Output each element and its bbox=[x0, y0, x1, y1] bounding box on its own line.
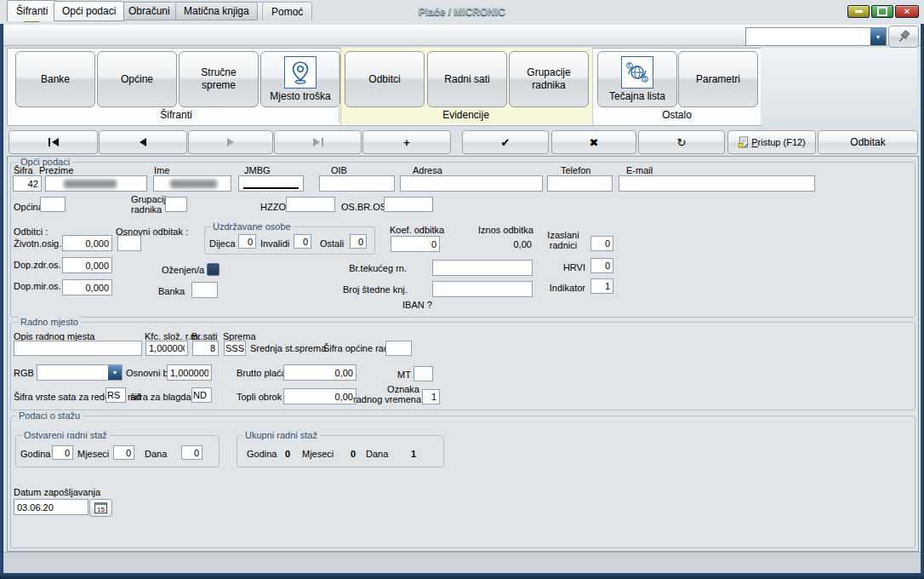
topli-obrok-input[interactable] bbox=[283, 388, 356, 404]
cancel-icon: ✖ bbox=[590, 136, 599, 149]
datum-zaposljavanja-input[interactable] bbox=[14, 499, 88, 515]
odbitci-button[interactable]: Odbitci bbox=[345, 51, 425, 107]
ukupni-mjeseci-value: 0 bbox=[338, 449, 356, 459]
opis-radnog-mjesta-input[interactable] bbox=[14, 341, 142, 356]
ostali-label: Ostali bbox=[320, 238, 344, 249]
sifra-opcine-rada-label: Šifra općine rada bbox=[323, 343, 394, 353]
close-icon: × bbox=[904, 7, 910, 16]
indikator-input[interactable] bbox=[590, 278, 613, 294]
tab-pomoc[interactable]: Pomoć bbox=[262, 2, 312, 20]
ostvareni-godina-input[interactable] bbox=[52, 445, 73, 460]
brutto-placa-input[interactable] bbox=[283, 364, 356, 381]
podaci-o-stazu-legend: Podaci o stažu bbox=[16, 410, 83, 421]
dijeca-label: Dijeca bbox=[209, 238, 236, 249]
grupacija-radnika-input[interactable] bbox=[165, 197, 187, 212]
rgb-dropdown[interactable]: ▼ bbox=[37, 364, 123, 381]
tab-sifranti[interactable]: Šifranti bbox=[7, 0, 57, 21]
indikator-label: Indikator bbox=[539, 283, 585, 293]
pin-button[interactable] bbox=[888, 26, 919, 48]
banke-button[interactable]: Banke bbox=[15, 51, 95, 107]
ozenjen-label: Oženjen/a bbox=[162, 265, 204, 275]
grupacije-radnika-button[interactable]: Grupacije radnika bbox=[509, 51, 589, 107]
document-key-icon bbox=[738, 136, 750, 148]
oib-input[interactable] bbox=[319, 175, 395, 192]
chevron-down-icon[interactable]: ▼ bbox=[870, 28, 886, 45]
nav-first-button[interactable] bbox=[9, 130, 98, 154]
kfc-input[interactable] bbox=[145, 341, 188, 356]
nav-last-button[interactable] bbox=[274, 130, 362, 154]
dop-zdr-input[interactable] bbox=[62, 257, 112, 273]
nav-next-button[interactable] bbox=[188, 130, 273, 154]
dop-mir-input[interactable] bbox=[62, 279, 112, 295]
sifra-opcine-rada-input[interactable] bbox=[385, 341, 412, 356]
tab-opci-podaci[interactable]: Opći podaci bbox=[54, 1, 124, 21]
hzzo-input[interactable] bbox=[286, 197, 335, 212]
izaslani-radnici-input[interactable] bbox=[590, 236, 613, 251]
strucne-spreme-button[interactable]: Stručne spreme bbox=[179, 51, 259, 107]
mt-input[interactable] bbox=[414, 366, 433, 381]
ukupni-dana-value: 1 bbox=[398, 449, 416, 459]
nav-prev-button[interactable] bbox=[99, 130, 187, 154]
invalidi-input[interactable] bbox=[294, 234, 311, 249]
broj-stedne-input[interactable] bbox=[432, 281, 533, 297]
maximize-button[interactable] bbox=[871, 5, 893, 18]
opcina-label: Općina bbox=[14, 202, 43, 212]
calendar-icon: 15 bbox=[94, 502, 107, 513]
tecajna-lista-button[interactable]: € $ Tečajna lista bbox=[597, 51, 677, 107]
tab-maticna-knjiga[interactable]: Matična knjiga bbox=[175, 2, 258, 20]
banka-label: Banka bbox=[158, 286, 185, 296]
nav-confirm-button[interactable]: ✔ bbox=[462, 130, 549, 154]
ostvareni-dana-input[interactable] bbox=[181, 445, 202, 460]
svg-text:$: $ bbox=[643, 76, 647, 82]
pristup-button[interactable]: Pristup (F12) bbox=[727, 130, 816, 154]
opcine-button[interactable]: Općine bbox=[97, 51, 177, 107]
close-button[interactable]: × bbox=[895, 5, 919, 18]
radni-sati-button[interactable]: Radni sati bbox=[427, 51, 507, 107]
nav-refresh-button[interactable]: ↻ bbox=[638, 130, 725, 154]
ribbon-separator bbox=[592, 49, 593, 123]
telefon-input[interactable] bbox=[547, 175, 613, 192]
svg-text:€: € bbox=[628, 62, 631, 68]
add-icon: + bbox=[403, 136, 410, 149]
jmbg-input[interactable] bbox=[238, 175, 304, 192]
ostalo-group-label: Ostalo bbox=[597, 109, 756, 121]
dijeca-input[interactable] bbox=[238, 234, 256, 249]
ukupni-godina-value: 0 bbox=[272, 449, 290, 459]
ostali-input[interactable] bbox=[350, 234, 367, 249]
osbros-input[interactable] bbox=[384, 197, 433, 212]
koef-odbitka-input[interactable] bbox=[391, 236, 440, 252]
jmbg-redacted-line bbox=[243, 187, 299, 189]
sprema-input[interactable] bbox=[224, 341, 246, 356]
email-input[interactable] bbox=[619, 175, 815, 192]
nav-cancel-button[interactable]: ✖ bbox=[551, 130, 636, 154]
sifra-vrste-sata-input[interactable] bbox=[106, 387, 126, 403]
chevron-down-icon[interactable]: ▼ bbox=[108, 365, 122, 380]
odbitak-button[interactable]: Odbitak bbox=[818, 130, 918, 154]
calendar-button[interactable]: 15 bbox=[89, 499, 112, 517]
banka-input[interactable] bbox=[191, 282, 218, 298]
sifra-input[interactable] bbox=[13, 175, 42, 192]
mjesto-troska-button[interactable]: Mjesto troška bbox=[260, 51, 340, 107]
sifra-za-blagdane-input[interactable] bbox=[191, 387, 212, 403]
ostvareni-dana-label: Dana bbox=[145, 449, 167, 459]
nav-add-button[interactable]: + bbox=[362, 130, 451, 154]
minimize-button[interactable] bbox=[847, 5, 870, 18]
ime-redacted-value bbox=[170, 180, 217, 188]
opcina-input[interactable] bbox=[40, 197, 66, 212]
confirm-icon: ✔ bbox=[501, 136, 510, 149]
osnovni-odbitak-input[interactable] bbox=[117, 235, 141, 251]
quick-search-combobox[interactable]: ▼ bbox=[745, 27, 887, 46]
oznaka-radnog-vremena-input[interactable] bbox=[422, 389, 440, 404]
parametri-button[interactable]: Parametri bbox=[678, 51, 758, 107]
br-sati-input[interactable] bbox=[192, 341, 219, 356]
br-tekuceg-input[interactable] bbox=[432, 260, 533, 276]
ozenjen-checkbox[interactable] bbox=[207, 263, 220, 276]
hrvi-input[interactable] bbox=[590, 258, 613, 273]
rgb-label: RGB bbox=[14, 368, 34, 378]
tab-obracuni[interactable]: Obračuni bbox=[120, 2, 179, 20]
osnovni-bod-input[interactable] bbox=[167, 364, 212, 381]
adresa-input[interactable] bbox=[400, 175, 543, 192]
ostvareni-mjeseci-input[interactable] bbox=[113, 445, 134, 460]
zivotn-osig-input[interactable] bbox=[62, 235, 112, 251]
last-record-icon bbox=[313, 138, 320, 146]
